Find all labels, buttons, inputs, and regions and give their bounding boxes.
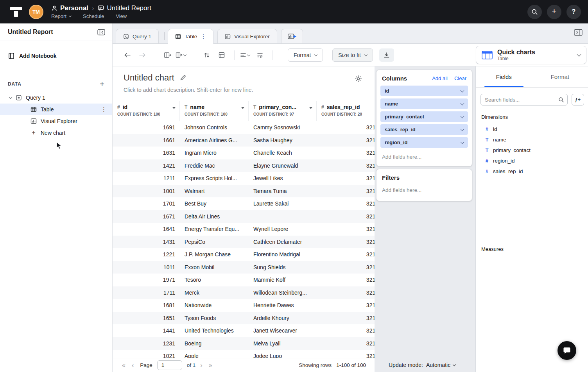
- table-row[interactable]: 1661American Airlines G...Sasha Haughey3…: [113, 134, 375, 147]
- chart-title[interactable]: Untitled chart: [124, 73, 174, 83]
- menu-schedule[interactable]: Schedule: [83, 13, 104, 19]
- tab-fields[interactable]: Fields: [476, 66, 532, 87]
- report-crumb[interactable]: Untitled Report: [98, 4, 151, 12]
- chevron-down-icon[interactable]: [461, 88, 464, 92]
- kebab-icon[interactable]: ⋮: [101, 106, 107, 113]
- chevron-down-icon[interactable]: [9, 95, 12, 98]
- table-row[interactable]: 1651Tyson FoodsArdelle Khoury3215: [113, 312, 375, 325]
- tree-item-query[interactable]: Query 1: [0, 92, 112, 104]
- page-number-input[interactable]: [157, 360, 182, 370]
- dimension-name[interactable]: Tname: [481, 134, 588, 145]
- table-row[interactable]: 1431PepsiCoCathleen Delamater3215: [113, 236, 375, 249]
- add-all-link[interactable]: Add all: [432, 75, 448, 81]
- column-header-name[interactable]: TnameCOUNT DISTINCT: 100: [180, 101, 249, 121]
- chevron-down-icon[interactable]: [461, 101, 464, 105]
- undo-back-icon[interactable]: [120, 48, 134, 62]
- table-row[interactable]: 1701Best BuyLaurette Sakai3215: [113, 197, 375, 210]
- last-page-button[interactable]: »: [209, 362, 212, 368]
- freeze-panes-icon[interactable]: [215, 48, 229, 62]
- column-header-primary_con[interactable]: Tprimary_con...COUNT DISTINCT: 97: [249, 101, 317, 121]
- collapse-sidebar-icon[interactable]: [97, 29, 105, 36]
- align-button[interactable]: [240, 52, 252, 58]
- table-row[interactable]: 1001WalmartTamara Tuma3215: [113, 185, 375, 198]
- chart-settings-gear-icon[interactable]: [355, 75, 362, 82]
- add-button[interactable]: +: [547, 5, 561, 19]
- table-row[interactable]: 1441United TechnologiesJanett Wisecarver…: [113, 324, 375, 337]
- table-row[interactable]: 1221J.P. Morgan ChaseFlorentino Madrigal…: [113, 248, 375, 261]
- size-to-fit-button[interactable]: Size to fit: [332, 48, 373, 62]
- column-menu-caret-icon[interactable]: [309, 107, 312, 109]
- table-row[interactable]: 1691Johnson ControlsCammy Sosnowski3215: [113, 121, 375, 134]
- table-row[interactable]: 1631Ingram MicroChanelle Keach3215: [113, 147, 375, 159]
- columns-add-fields-dropzone[interactable]: Add fields here...: [376, 150, 472, 166]
- download-button[interactable]: [379, 48, 394, 62]
- column-pill-name[interactable]: name: [380, 98, 468, 109]
- tab-query-1[interactable]: Query 1: [116, 29, 159, 44]
- column-menu-caret-icon[interactable]: [172, 107, 176, 109]
- chevron-down-icon[interactable]: [461, 127, 464, 131]
- table-row[interactable]: 1011Exxon MobilSung Shields3215: [113, 261, 375, 274]
- format-button[interactable]: Format: [288, 48, 323, 62]
- tab-visual-explorer[interactable]: Visual Explorer: [217, 29, 277, 44]
- column-pill-id[interactable]: id: [380, 86, 468, 96]
- help-button[interactable]: ?: [566, 5, 581, 19]
- chart-description-placeholder[interactable]: Click to add chart description. Shift-en…: [124, 87, 375, 93]
- table-row[interactable]: 1641Energy Transfer Equ...Wynell Lepore3…: [113, 223, 375, 236]
- search-button[interactable]: [527, 5, 542, 19]
- search-fields-input[interactable]: [480, 94, 568, 106]
- chevron-down-icon[interactable]: [461, 114, 464, 118]
- column-menu-caret-icon[interactable]: [241, 107, 244, 109]
- kebab-icon[interactable]: ⋮: [201, 33, 206, 39]
- column-header-sales_rep_id[interactable]: #sales_rep_idCOUNT DISTINCT: 20: [317, 101, 375, 121]
- tree-item-table[interactable]: Table ⋮: [0, 104, 112, 115]
- insert-column-icon[interactable]: [161, 48, 175, 62]
- column-pill-sales_rep_id[interactable]: sales_rep_id: [380, 124, 468, 135]
- toggle-right-panel-icon[interactable]: [574, 29, 583, 36]
- formula-icon: ƒ+: [575, 97, 581, 102]
- chevron-down-icon: [453, 363, 456, 366]
- tab-table[interactable]: Table ⋮: [168, 29, 213, 44]
- tab-format[interactable]: Format: [532, 66, 588, 87]
- table-row[interactable]: 1231BoeingMelva Lyall3215: [113, 337, 375, 350]
- avatar[interactable]: TM: [29, 5, 43, 19]
- table-row[interactable]: 1711MerckWillodean Steinberg...3215: [113, 286, 375, 299]
- add-formula-button[interactable]: ƒ+: [572, 94, 584, 106]
- first-page-button[interactable]: «: [122, 362, 125, 368]
- edit-pencil-icon[interactable]: [180, 75, 186, 81]
- add-data-button[interactable]: +: [100, 80, 104, 88]
- new-chart-tab-button[interactable]: [281, 29, 303, 44]
- clear-link[interactable]: Clear: [454, 75, 466, 81]
- filters-add-fields-dropzone[interactable]: Add fields here...: [376, 185, 472, 195]
- dimension-id[interactable]: #id: [481, 124, 588, 134]
- dimensions-list: #idTnameTprimary_contact#region_id#sales…: [481, 124, 588, 177]
- menu-view[interactable]: View: [116, 13, 127, 19]
- delete-column-button[interactable]: [176, 52, 188, 58]
- chevron-down-icon[interactable]: [461, 140, 464, 144]
- column-pill-region_id[interactable]: region_id: [380, 137, 468, 148]
- column-header-id[interactable]: #idCOUNT DISTINCT: 100: [113, 101, 180, 121]
- next-page-button[interactable]: ›: [200, 362, 202, 368]
- table-row[interactable]: 1971TesoroMammie Koff3215: [113, 274, 375, 286]
- new-chart-button[interactable]: + New chart: [0, 127, 112, 139]
- quick-charts-selector[interactable]: Quick charts Table: [476, 46, 586, 64]
- prev-page-button[interactable]: ‹: [132, 362, 134, 368]
- dimension-region_id[interactable]: #region_id: [481, 156, 588, 166]
- redo-forward-icon[interactable]: [135, 48, 149, 62]
- sort-icon[interactable]: [200, 48, 214, 62]
- workspace-crumb[interactable]: Personal: [51, 4, 88, 12]
- menu-report[interactable]: Report: [51, 13, 71, 19]
- table-row[interactable]: 1671Delta Air Lines3215: [113, 210, 375, 223]
- table-row[interactable]: 1211Express Scripts Hol...Jewell Likes32…: [113, 172, 375, 185]
- update-mode-dropdown[interactable]: Automatic: [426, 362, 455, 368]
- column-pill-primary_contact[interactable]: primary_contact: [380, 111, 468, 122]
- table-row[interactable]: 1681NationwideHenriette Dawes3215: [113, 299, 375, 312]
- chat-support-button[interactable]: [558, 341, 576, 360]
- tree-item-visual-explorer[interactable]: Visual Explorer: [0, 115, 112, 127]
- dimension-primary_contact[interactable]: Tprimary_contact: [481, 145, 588, 156]
- app-logo[interactable]: [9, 6, 23, 18]
- wrap-text-icon[interactable]: [253, 48, 267, 62]
- table-row[interactable]: 1421Freddie MacElayne Grunewald3215: [113, 159, 375, 172]
- table-row[interactable]: 1021AppleJodee Lupo3215: [113, 350, 375, 358]
- dimension-sales_rep_id[interactable]: #sales_rep_id: [481, 166, 588, 177]
- add-notebook-button[interactable]: Add Notebook: [0, 49, 112, 63]
